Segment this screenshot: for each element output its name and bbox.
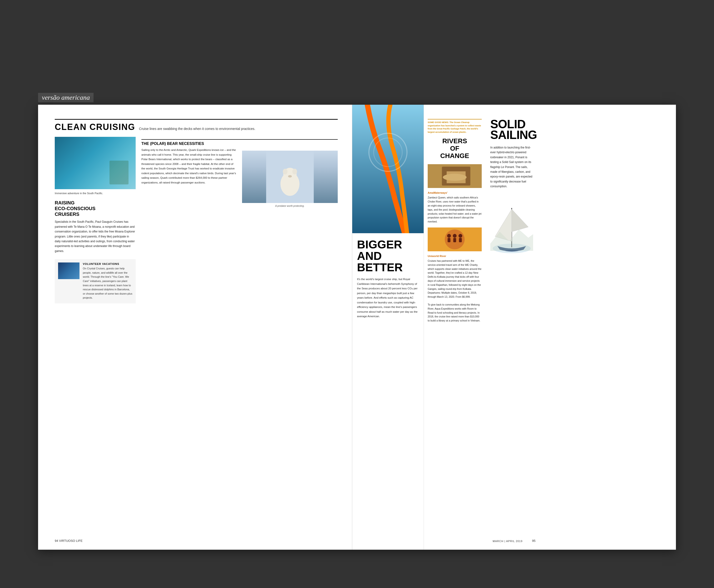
immersive-image xyxy=(55,137,136,189)
page-number-left: 94 VIRTUOSO LIFE xyxy=(55,539,83,543)
polar-title: THE (POLAR) BEAR NECESSITIES xyxy=(141,139,338,146)
svg-rect-18 xyxy=(454,238,456,242)
uniworld-svg xyxy=(428,228,482,251)
svg-point-12 xyxy=(443,174,467,181)
amawaterways-head: AmaWaterways' xyxy=(428,191,482,194)
sail-svg xyxy=(490,194,533,260)
rivers-title: RIVERSOFCHANGE xyxy=(428,138,482,160)
left-page: CLEAN CRUISING Cruise lines are swabbing… xyxy=(38,105,352,550)
immersive-figure xyxy=(109,161,128,184)
uniworld-text: Cruises has partnered with ME to WE, the… xyxy=(428,259,482,299)
version-label: versão americana xyxy=(38,93,93,102)
svg-point-4 xyxy=(292,169,297,174)
polar-section: THE (POLAR) BEAR NECESSITIES Sailing onl… xyxy=(141,139,338,208)
zambezi-svg xyxy=(428,164,482,188)
svg-point-17 xyxy=(453,234,457,238)
bigger-text: It's the world's largest cruise ship, bu… xyxy=(357,277,419,319)
left-col-side: Immersive adventure in the South Pacific… xyxy=(55,137,136,308)
svg-point-3 xyxy=(283,169,288,174)
center-col: BIGGERANDBETTER It's the world's largest… xyxy=(352,105,424,550)
outer-background: versão americana CLEAN CRUISING Cruise l… xyxy=(0,0,714,588)
solid-text: In addition to launching the first-ever … xyxy=(490,145,536,189)
svg-rect-20 xyxy=(459,238,462,242)
polar-col-img: A predator worth protecting. xyxy=(242,148,338,208)
page-number-right: 95 xyxy=(532,539,536,543)
svg-rect-16 xyxy=(448,238,450,242)
waterslide-image xyxy=(352,105,424,233)
polar-img-caption: A predator worth protecting. xyxy=(242,204,338,208)
raising-title: RAISINGECO-CONSCIOUSCRUISERS xyxy=(55,200,136,217)
polar-bear-svg xyxy=(242,151,338,203)
bigger-better-section: BIGGERANDBETTER It's the world's largest… xyxy=(352,233,424,550)
page-date: MARCH | APRIL 2019 xyxy=(493,540,523,543)
volunteer-text: On Crystal Cruises, guests can help peop… xyxy=(83,267,132,300)
some-good-news: SOME GOOD NEWS: The Ocean Cleanup organi… xyxy=(428,119,482,134)
aqua-text: To give back to communities along the Me… xyxy=(428,303,482,323)
header-subtitle: Cruise lines are swabbing the decks when… xyxy=(139,127,255,131)
solid-title: SOLIDSAILING xyxy=(490,119,536,141)
rivers-image-2 xyxy=(428,228,482,251)
waterslide-svg xyxy=(352,105,424,233)
volunteer-section: VOLUNTEER VACATIONS On Crystal Cruises, … xyxy=(55,259,136,303)
solid-col: SOLIDSAILING In addition to launching th… xyxy=(485,105,543,550)
magazine-spread: CLEAN CRUISING Cruise lines are swabbing… xyxy=(38,105,676,550)
right-page: BIGGERANDBETTER It's the world's largest… xyxy=(352,105,676,550)
bigger-title: BIGGERANDBETTER xyxy=(357,239,419,273)
immersive-caption: Immersive adventure in the South Pacific… xyxy=(55,192,136,195)
sail-illustration xyxy=(490,194,536,246)
polar-bear-image xyxy=(242,151,338,203)
volunteer-content: VOLUNTEER VACATIONS On Crystal Cruises, … xyxy=(83,262,132,300)
left-content: Immersive adventure in the South Pacific… xyxy=(55,137,338,308)
raising-section: RAISINGECO-CONSCIOUSCRUISERS Specialists… xyxy=(55,200,136,253)
volunteer-image xyxy=(58,262,80,279)
left-col-main: THE (POLAR) BEAR NECESSITIES Sailing onl… xyxy=(141,137,338,308)
rivers-col: SOME GOOD NEWS: The Ocean Cleanup organi… xyxy=(424,105,485,550)
polar-col-text: Sailing only to the Arctic and Antarctic… xyxy=(141,148,237,208)
page-header: CLEAN CRUISING Cruise lines are swabbing… xyxy=(55,119,338,132)
header-title: CLEAN CRUISING xyxy=(55,122,135,132)
amawaterways-text: Zambezi Queen, which sails southern Afri… xyxy=(428,195,482,224)
rivers-image-1 xyxy=(428,164,482,188)
polar-columns: Sailing only to the Arctic and Antarctic… xyxy=(141,148,338,208)
raising-text: Specialists in the South Pacific, Paul G… xyxy=(55,219,136,253)
svg-point-19 xyxy=(458,234,462,238)
uniworld-head: Uniworld River xyxy=(428,255,482,257)
volunteer-title: VOLUNTEER VACATIONS xyxy=(83,262,132,265)
svg-point-5 xyxy=(288,175,292,177)
polar-body: Sailing only to the Arctic and Antarctic… xyxy=(141,148,237,185)
svg-point-15 xyxy=(447,234,451,238)
